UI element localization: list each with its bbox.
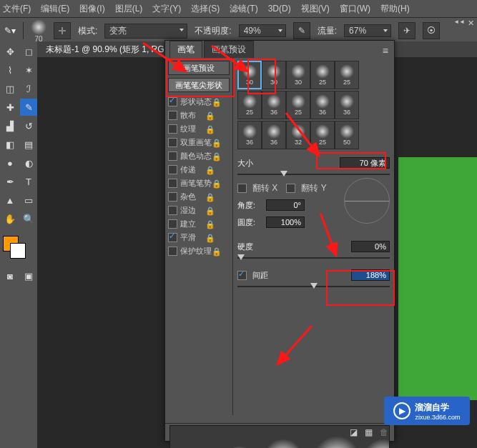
option-checkbox[interactable]	[168, 151, 177, 161]
brush-option-11[interactable]: 保护纹理🔒	[165, 244, 232, 257]
menu-type[interactable]: 文字(Y)	[152, 3, 181, 15]
menu-edit[interactable]: 编辑(E)	[41, 3, 69, 15]
airbrush-button[interactable]: ✈	[398, 22, 415, 39]
marquee-tool[interactable]: ◻	[20, 43, 37, 60]
brush-option-3[interactable]: 双重画笔🔒	[165, 136, 232, 149]
tab-brush-presets[interactable]: 画笔预设	[204, 41, 254, 58]
color-swatches[interactable]	[0, 233, 37, 262]
flow-input[interactable]: 67%	[344, 24, 391, 37]
brush-tip-cell[interactable]: 36	[310, 91, 335, 119]
lock-icon[interactable]: 🔒	[212, 179, 230, 186]
tab-brush[interactable]: 画笔	[169, 41, 202, 58]
trash-icon[interactable]: 🗑	[380, 427, 388, 437]
flip-y-checkbox[interactable]	[286, 184, 295, 193]
pressure-size-button[interactable]: ⦿	[423, 22, 440, 39]
path-select-tool[interactable]: ▲	[1, 191, 19, 209]
panel-menu-icon[interactable]: ≡	[383, 45, 388, 56]
lock-icon[interactable]: 🔒	[205, 234, 230, 241]
brush-preset-picker[interactable]: 70	[31, 19, 46, 43]
eyedropper-tool[interactable]: ℐ	[20, 80, 37, 97]
option-checkbox[interactable]	[168, 233, 177, 242]
brush-presets-header[interactable]: 画笔预设	[168, 61, 230, 75]
stamp-tool[interactable]: ▟	[1, 117, 19, 134]
menu-file[interactable]: 文件(F)	[3, 3, 31, 15]
quickmask-button[interactable]: ◙	[1, 267, 19, 284]
new-preset-icon[interactable]: ▦	[365, 427, 373, 437]
brush-tip-cell[interactable]: 25	[310, 61, 335, 89]
brush-option-0[interactable]: 形状动态🔒	[165, 95, 232, 108]
option-checkbox[interactable]	[168, 97, 177, 106]
gradient-tool[interactable]: ▤	[20, 136, 37, 153]
brush-tip-cell[interactable]: 25	[286, 91, 310, 119]
menu-filter[interactable]: 滤镜(T)	[230, 3, 257, 15]
option-checkbox[interactable]	[168, 192, 177, 201]
menu-layer[interactable]: 图层(L)	[115, 3, 143, 15]
flip-x-checkbox[interactable]	[237, 184, 247, 193]
brush-option-4[interactable]: 颜色动态🔒	[165, 149, 232, 162]
lock-icon[interactable]: 🔒	[205, 125, 230, 132]
brush-tip-shape-header[interactable]: 画笔笔尖形状	[168, 78, 230, 92]
move-tool[interactable]: ✥	[1, 43, 19, 60]
size-input[interactable]	[340, 157, 390, 169]
brush-tip-cell[interactable]: 36	[237, 121, 262, 149]
spacing-checkbox[interactable]	[237, 271, 247, 280]
lock-icon[interactable]: 🔒	[205, 166, 230, 173]
brush-tip-cell[interactable]: 36	[262, 91, 286, 119]
pen-tool[interactable]: ✒	[1, 173, 19, 190]
type-tool[interactable]: T	[20, 173, 37, 190]
brush-option-10[interactable]: 平滑🔒	[165, 231, 232, 244]
history-brush-tool[interactable]: ↺	[20, 117, 37, 134]
menu-3d[interactable]: 3D(D)	[268, 4, 291, 14]
brush-option-2[interactable]: 纹理🔒	[165, 122, 232, 135]
lasso-tool[interactable]: ⌇	[1, 61, 19, 79]
option-checkbox[interactable]	[168, 206, 177, 215]
brush-option-5[interactable]: 传递🔒	[165, 163, 232, 176]
lock-icon[interactable]: 🔒	[205, 206, 230, 214]
menu-image[interactable]: 图像(I)	[79, 3, 104, 15]
lock-icon[interactable]: 🔒	[212, 139, 230, 146]
brush-tip-cell[interactable]: 30	[286, 61, 310, 89]
brush-panel-toggle-button[interactable]	[54, 22, 71, 39]
spacing-input[interactable]	[351, 269, 390, 281]
brush-tip-cell[interactable]: 36	[335, 91, 359, 119]
option-checkbox[interactable]	[168, 124, 177, 134]
hand-tool[interactable]: ✋	[1, 210, 19, 227]
lock-icon[interactable]: 🔒	[212, 152, 230, 159]
zoom-tool[interactable]: 🔍	[20, 210, 37, 227]
brush-tip-cell[interactable]: 25	[335, 61, 359, 89]
toggle-preview-icon[interactable]: ◪	[350, 427, 358, 437]
menu-select[interactable]: 选择(S)	[191, 3, 220, 15]
option-checkbox[interactable]	[168, 165, 177, 174]
brush-tip-cell[interactable]: 32	[286, 121, 310, 149]
lock-icon[interactable]: 🔒	[205, 220, 230, 227]
pressure-opacity-button[interactable]: ✎	[293, 22, 310, 39]
menu-help[interactable]: 帮助(H)	[380, 3, 410, 15]
angle-widget[interactable]	[344, 178, 390, 224]
brush-tip-cell[interactable]: 25	[310, 121, 335, 149]
crop-tool[interactable]: ◫	[1, 80, 19, 97]
brush-option-9[interactable]: 建立🔒	[165, 217, 232, 230]
brush-option-8[interactable]: 湿边🔒	[165, 204, 232, 216]
option-checkbox[interactable]	[168, 138, 177, 147]
size-slider[interactable]	[237, 171, 390, 178]
option-checkbox[interactable]	[168, 247, 177, 256]
roundness-input[interactable]	[266, 216, 305, 228]
background-swatch[interactable]	[10, 243, 26, 259]
brush-tool[interactable]: ✎	[20, 99, 37, 116]
shape-tool[interactable]: ▭	[20, 191, 37, 209]
healing-tool[interactable]: ✚	[1, 99, 19, 116]
lock-icon[interactable]: 🔒	[212, 98, 230, 105]
lock-icon[interactable]: 🔒	[205, 111, 230, 119]
option-checkbox[interactable]	[168, 111, 177, 120]
hardness-slider[interactable]	[237, 254, 390, 262]
opacity-input[interactable]: 49%	[239, 24, 286, 37]
brush-tip-cell[interactable]: 30	[262, 61, 286, 89]
lock-icon[interactable]: 🔒	[205, 193, 230, 200]
brush-option-7[interactable]: 杂色🔒	[165, 190, 232, 203]
screenmode-button[interactable]: ▣	[20, 267, 37, 284]
collapse-icon[interactable]: ◄◄	[453, 19, 465, 28]
menu-view[interactable]: 视图(V)	[301, 3, 330, 15]
hardness-input[interactable]	[351, 241, 390, 252]
brush-option-6[interactable]: 画笔笔势🔒	[165, 176, 232, 189]
option-checkbox[interactable]	[168, 219, 177, 229]
